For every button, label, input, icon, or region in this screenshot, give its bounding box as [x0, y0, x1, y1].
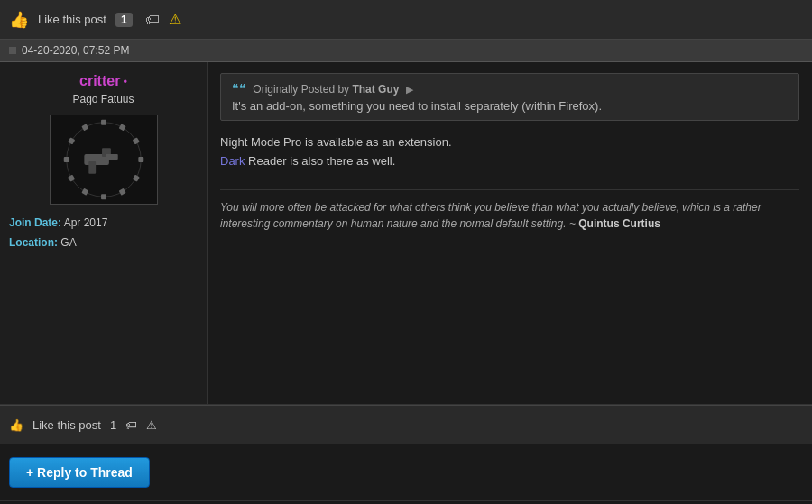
post-body-line1: Night Mode Pro is available as an extens… — [220, 135, 452, 149]
svg-rect-12 — [101, 194, 106, 199]
username[interactable]: critter — [79, 73, 120, 88]
quote-icon: ❝❝ — [232, 81, 246, 96]
post-date: 04-20-2020, 07:52 PM — [22, 44, 129, 57]
date-header: 04-20-2020, 07:52 PM — [0, 40, 812, 62]
location-label: Location: — [9, 236, 58, 249]
reply-bar: + Reply to Thread — [0, 444, 812, 501]
post-container: critter• Pago Fatuus — [0, 62, 812, 405]
user-sidebar: critter• Pago Fatuus — [0, 62, 208, 404]
post-content: ❝❝ Originally Posted by That Guy ▶ It's … — [208, 62, 812, 404]
bottom-like-label[interactable]: Like this post — [32, 418, 101, 432]
quote-text: It's an add-on, something you need to in… — [232, 99, 788, 113]
join-date-value: Apr 2017 — [64, 216, 108, 229]
view-post-icon[interactable]: ▶ — [406, 84, 413, 95]
quote-author[interactable]: That Guy — [352, 83, 399, 96]
reply-to-thread-button[interactable]: + Reply to Thread — [9, 457, 150, 488]
quote-block: ❝❝ Originally Posted by That Guy ▶ It's … — [220, 73, 799, 121]
post-body-line2: Reader is also there as well. — [245, 154, 395, 168]
svg-rect-15 — [63, 157, 69, 162]
post-signature: You will more often be attacked for what… — [220, 189, 799, 232]
user-info: Join Date: Apr 2017 Location: GA — [9, 214, 198, 252]
top-like-bar: 👍 Like this post 1 🏷 ⚠ — [0, 0, 812, 40]
quote-header: ❝❝ Originally Posted by That Guy ▶ — [232, 81, 788, 96]
signature-author: Quintus Curtius — [578, 217, 660, 230]
user-title: Pago Fatuus — [9, 93, 198, 105]
bottom-thumbs-up-icon[interactable]: 👍 — [9, 418, 23, 432]
report-icon[interactable]: ⚠ — [169, 11, 181, 28]
signature-text: You will more often be attacked for what… — [220, 201, 761, 230]
post-marker-icon — [9, 47, 16, 54]
thumbs-up-icon[interactable]: 👍 — [9, 10, 29, 30]
bottom-like-bar: 👍 Like this post 1 🏷 ⚠ — [0, 405, 812, 444]
avatar — [50, 115, 158, 205]
tag-icon[interactable]: 🏷 — [145, 12, 160, 28]
online-indicator: • — [123, 75, 127, 88]
avatar-image — [51, 115, 157, 204]
svg-rect-4 — [88, 161, 96, 174]
bottom-tag-icon[interactable]: 🏷 — [125, 418, 137, 432]
svg-rect-5 — [105, 154, 117, 160]
svg-rect-9 — [138, 157, 143, 162]
bottom-like-count: 1 — [110, 418, 116, 432]
join-date-label: Join Date: — [9, 216, 61, 229]
bottom-report-icon[interactable]: ⚠ — [146, 418, 157, 432]
quote-prefix: Originally Posted by — [253, 83, 349, 96]
location-value: GA — [60, 236, 76, 249]
like-count: 1 — [115, 13, 133, 27]
svg-rect-6 — [101, 120, 106, 125]
dark-reader-link[interactable]: Dark — [220, 154, 245, 168]
post-body: Night Mode Pro is available as an extens… — [220, 133, 799, 171]
like-label[interactable]: Like this post — [38, 13, 106, 26]
